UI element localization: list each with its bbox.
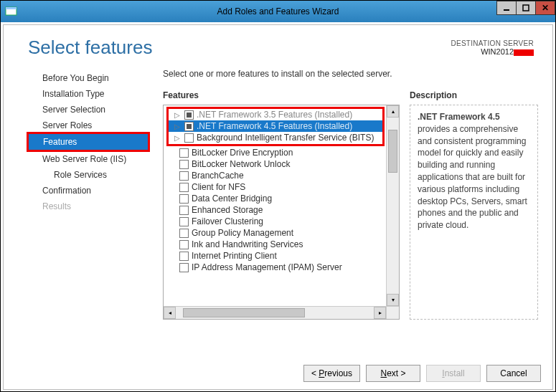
next-button[interactable]: Next >	[366, 365, 420, 382]
feature-label: Enhanced Storage	[192, 205, 263, 215]
feature-item[interactable]: IP Address Management (IPAM) Server	[164, 262, 386, 273]
scroll-corner	[386, 306, 399, 319]
feature-item[interactable]: Client for NFS	[164, 181, 386, 193]
feature-checkbox[interactable]	[179, 229, 189, 238]
feature-checkbox[interactable]	[184, 110, 194, 120]
feature-label: Ink and Handwriting Services	[192, 239, 303, 249]
feature-checkbox[interactable]	[179, 240, 189, 249]
feature-item[interactable]: Internet Printing Client	[164, 250, 386, 262]
feature-label: BitLocker Drive Encryption	[192, 148, 293, 158]
feature-item[interactable]: Data Center Bridging	[164, 193, 386, 204]
nav-item-results: Results	[11, 199, 154, 214]
previous-button[interactable]: < Previous	[303, 365, 360, 382]
scroll-left-button[interactable]: ◂	[164, 307, 176, 319]
expand-icon[interactable]: ▷	[174, 123, 182, 130]
vertical-scrollbar[interactable]: ▴ ▾	[386, 105, 399, 306]
features-heading: Features	[163, 90, 400, 100]
horizontal-scrollbar[interactable]: ◂ ▸	[164, 306, 386, 319]
feature-label: Internet Printing Client	[192, 251, 277, 261]
minimize-button[interactable]	[496, 1, 517, 15]
feature-label: .NET Framework 3.5 Features (Installed)	[197, 110, 352, 120]
feature-checkbox[interactable]	[184, 133, 194, 143]
feature-label: BitLocker Network Unlock	[192, 159, 290, 169]
feature-checkbox[interactable]	[179, 206, 189, 215]
title-bar: Add Roles and Features Wizard ✕	[1, 1, 555, 22]
nav-item-server-selection[interactable]: Server Selection	[11, 102, 154, 118]
feature-label: Group Policy Management	[192, 228, 293, 238]
scroll-thumb[interactable]	[388, 130, 397, 173]
nav-item-web-server-role-iis-[interactable]: Web Server Role (IIS)	[11, 151, 154, 167]
feature-item[interactable]: Group Policy Management	[164, 227, 386, 239]
expand-icon[interactable]: ▷	[174, 111, 182, 119]
nav-item-installation-type[interactable]: Installation Type	[11, 86, 154, 102]
nav-item-features[interactable]: Features	[29, 134, 148, 150]
highlighted-features-group: ▷.NET Framework 3.5 Features (Installed)…	[166, 107, 385, 146]
feature-checkbox[interactable]	[179, 171, 189, 181]
feature-label: Failover Clustering	[192, 216, 263, 226]
feature-checkbox[interactable]	[179, 263, 189, 272]
feature-checkbox[interactable]	[179, 217, 189, 226]
scroll-right-button[interactable]: ▸	[374, 307, 386, 319]
description-heading: Description	[410, 90, 538, 100]
feature-checkbox[interactable]	[179, 183, 189, 192]
feature-label: BranchCache	[192, 171, 244, 181]
nav-item-before-you-begin[interactable]: Before You Begin	[11, 70, 154, 86]
wizard-page: Select features DESTINATION SERVER WIN20…	[3, 24, 553, 390]
scroll-down-button[interactable]: ▾	[387, 294, 399, 306]
window-title: Add Roles and Features Wizard	[217, 6, 339, 16]
feature-checkbox[interactable]	[179, 160, 189, 169]
page-title: Select features	[28, 37, 152, 59]
feature-label: .NET Framework 4.5 Features (Installed)	[197, 121, 352, 131]
redacted-text	[514, 49, 534, 56]
close-button[interactable]: ✕	[535, 1, 555, 15]
feature-item[interactable]: BitLocker Drive Encryption	[164, 147, 386, 158]
feature-checkbox[interactable]	[179, 252, 189, 261]
feature-item[interactable]: BitLocker Network Unlock	[164, 158, 386, 170]
features-listbox: ▷.NET Framework 3.5 Features (Installed)…	[163, 105, 400, 320]
nav-item-confirmation[interactable]: Confirmation	[11, 183, 154, 199]
feature-item[interactable]: ▷.NET Framework 4.5 Features (Installed)	[169, 120, 382, 132]
wizard-icon	[5, 6, 18, 16]
wizard-nav: Before You BeginInstallation TypeServer …	[11, 69, 154, 320]
nav-item-server-roles[interactable]: Server Roles	[11, 118, 154, 133]
feature-item[interactable]: ▷.NET Framework 3.5 Features (Installed)	[169, 109, 382, 120]
expand-icon[interactable]: ▷	[174, 134, 182, 142]
hscroll-thumb[interactable]	[183, 308, 305, 317]
install-button: Install	[426, 365, 481, 382]
destination-label: DESTINATION SERVER	[451, 39, 534, 47]
instruction-text: Select one or more features to install o…	[163, 69, 538, 79]
feature-item[interactable]: Enhanced Storage	[164, 204, 386, 216]
description-feature-name: .NET Framework 4.5	[418, 112, 500, 122]
destination-server-info: DESTINATION SERVER WIN2012	[451, 39, 534, 56]
destination-server-name: WIN2012	[481, 47, 514, 56]
feature-checkbox[interactable]	[184, 122, 194, 131]
feature-checkbox[interactable]	[179, 194, 189, 204]
feature-label: Background Intelligent Transfer Service …	[197, 133, 374, 143]
nav-item-role-services[interactable]: Role Services	[11, 167, 154, 183]
scroll-up-button[interactable]: ▴	[387, 105, 399, 118]
feature-item[interactable]: Ink and Handwriting Services	[164, 239, 386, 250]
feature-item[interactable]: BranchCache	[164, 170, 386, 181]
description-body: provides a comprehensive and consistent …	[418, 124, 527, 230]
feature-label: Data Center Bridging	[192, 193, 272, 204]
description-panel: .NET Framework 4.5 provides a comprehens…	[410, 105, 538, 320]
cancel-button[interactable]: Cancel	[486, 365, 541, 382]
nav-highlight: Features	[27, 132, 150, 152]
svg-rect-3	[523, 5, 529, 11]
svg-rect-1	[6, 7, 17, 9]
feature-item[interactable]: ▷Background Intelligent Transfer Service…	[169, 132, 382, 143]
feature-item[interactable]: Failover Clustering	[164, 216, 386, 227]
feature-checkbox[interactable]	[179, 148, 189, 158]
feature-label: IP Address Management (IPAM) Server	[192, 262, 342, 272]
feature-label: Client for NFS	[192, 182, 245, 192]
maximize-button[interactable]	[516, 1, 536, 15]
